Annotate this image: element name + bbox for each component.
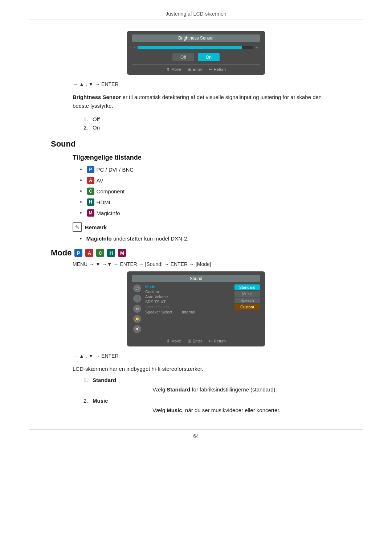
badge-p: P <box>87 166 94 173</box>
menu-instruction: MENU → ▼ →▼ → ENTER → [Sound] → ENTER → … <box>73 261 363 267</box>
label-av: AV <box>97 177 103 184</box>
sound-menu-srs: SRS TS XT <box>145 300 232 304</box>
sound-menu-speakerselect: Speaker Select : Internal <box>145 310 232 314</box>
mode-list-desc-2: Vælg Music, når du ser musikvideoer elle… <box>152 406 363 415</box>
mode-badge-m: M <box>118 249 126 257</box>
sound-monitor-title: Sound <box>132 275 260 282</box>
badge-c: C <box>87 188 94 195</box>
header-title: Justering af LCD-skærmen <box>166 11 226 17</box>
monitor-footer: ⬆ Move ⊞ Enter ↩ Return <box>132 64 260 72</box>
footer-enter: ⊞ Enter <box>188 67 202 72</box>
bullet-1: • <box>80 177 82 184</box>
mode-list-num-1: 1. <box>83 377 88 383</box>
note-content: MagicInfo understøtter kun model DXN-2. <box>86 235 189 242</box>
btn-on[interactable]: On <box>198 53 220 61</box>
sound-return-icon: ↩ <box>209 338 212 344</box>
mode-list-item-1: 1. Standard <box>83 377 363 383</box>
icon-list-item-pc: • P PC / DVI / BNC <box>80 166 363 173</box>
label-hdmi: HDMI <box>97 199 110 205</box>
icon-list-item-component: • C Component <box>80 188 363 195</box>
monitor-progress-row: - + <box>132 45 260 50</box>
sound-monitor-content: 🔊 🎵 ⚙ 🔔 📢 Mode : Custom Au <box>132 284 260 333</box>
brightness-sensor-monitor-image: Brightness Sensor - + Off On ⬆ Move ⊞ <box>29 31 363 75</box>
icon-list-item-av: • A AV <box>80 177 363 184</box>
return-icon: ↩ <box>209 67 212 72</box>
nav-instruction-2: → ▲ , ▼ → ENTER <box>73 353 363 359</box>
option-speech: Speech <box>234 297 260 303</box>
sound-label-mode: Mode <box>145 284 178 289</box>
badge-h: H <box>87 198 94 206</box>
monitor-buttons: Off On <box>132 53 260 61</box>
mode-list-desc-1: Vælg Standard for fabriksindstillingerne… <box>152 385 363 394</box>
sound-label-autovolume: Auto Volume <box>145 295 178 299</box>
standard-bold: Standard <box>167 386 190 393</box>
note-text-row: • MagicInfo understøtter kun model DXN-2… <box>80 235 363 242</box>
sound-sep-speaker: : <box>179 310 180 314</box>
mode-list-bold-2: Music <box>93 398 108 404</box>
list-label-2: On <box>93 124 100 131</box>
sound-icon-4: 🔔 <box>133 315 141 323</box>
monitor-box: Brightness Sensor - + Off On ⬆ Move ⊞ <box>127 31 265 75</box>
music-bold: Music <box>167 407 182 413</box>
sound-icon-1: 🔊 <box>133 284 141 292</box>
label-magicinfo: MagicInfo <box>97 210 120 216</box>
sound-menu-custom: Custom <box>145 290 232 294</box>
badge-m: M <box>87 209 94 217</box>
icon-list-item-magicinfo: • M MagicInfo <box>80 209 363 217</box>
sound-icons-col: 🔊 🎵 ⚙ 🔔 📢 <box>132 284 142 333</box>
sound-footer-return: ↩ Return <box>209 338 226 344</box>
sound-icon-2: 🎵 <box>133 295 141 303</box>
label-component: Component <box>97 188 125 194</box>
page-container: Justering af LCD-skærmen Brightness Sens… <box>0 0 392 554</box>
progress-bar-inner <box>138 46 242 49</box>
mode-badge-h: H <box>107 249 115 257</box>
mode-list-bold-1: Standard <box>93 377 116 383</box>
icon-list-item-hdmi: • H HDMI <box>80 198 363 206</box>
sound-footer-move: ⬆ Move <box>166 338 181 344</box>
list-item-2: 2. On <box>83 124 363 131</box>
mode-list-item-2: 2. Music <box>83 398 363 404</box>
mode-text: Mode <box>51 248 72 258</box>
note-box: ✎ Bemærk <box>73 222 363 232</box>
footer-return: ↩ Return <box>209 67 226 72</box>
monitor-title: Brightness Sensor <box>132 34 260 42</box>
minus-icon: - <box>134 45 135 50</box>
enter-icon: ⊞ <box>188 67 191 72</box>
progress-bar-outer <box>138 46 253 49</box>
sound-monitor-box: Sound 🔊 🎵 ⚙ 🔔 📢 Mode : Cu <box>127 271 265 346</box>
bullet-3: • <box>80 199 82 205</box>
sound-menu-autovolume: Auto Volume <box>145 295 232 299</box>
subsection-heading-tilgaengelige: Tilgængelige tilstande <box>73 154 363 161</box>
sound-sep-mode: : <box>179 284 180 289</box>
option-music: Music <box>234 291 260 297</box>
note-bullet: • <box>80 235 82 242</box>
mode-badge-p: P <box>74 249 82 257</box>
option-custom: Custom <box>234 304 260 310</box>
sound-label-speakerselect: Speaker Select <box>145 310 178 314</box>
option-standard: Standard <box>234 284 260 290</box>
sound-menu-col: Mode : Custom Auto Volume SRS TS XT Soun… <box>145 284 232 333</box>
bullet-2: • <box>80 188 82 194</box>
bullet-4: • <box>80 210 82 216</box>
numbered-list-1: 1. Off 2. On <box>83 116 363 131</box>
body-text-stereo: LCD-skærmen har en indbygget hi-fi-stere… <box>73 365 334 373</box>
sound-val-speaker: Internal <box>182 310 195 314</box>
badge-a: A <box>87 177 94 184</box>
sound-monitor-footer: ⬆ Move ⊞ Enter ↩ Return <box>132 336 260 344</box>
sound-menu-soundselect: Sound Select <box>145 305 232 309</box>
description-bold: Brightness Sensor <box>73 94 121 100</box>
icon-list: • P PC / DVI / BNC • A AV • C Component … <box>80 166 363 217</box>
note-label: Bemærk <box>85 224 107 230</box>
page-header: Justering af LCD-skærmen <box>29 11 363 20</box>
label-pc: PC / DVI / BNC <box>97 167 134 173</box>
mode-badge-c: C <box>96 249 104 257</box>
sound-label-custom: Custom <box>145 290 178 294</box>
sound-move-icon: ⬆ <box>166 338 170 344</box>
magicinfo-bold: MagicInfo <box>86 235 112 242</box>
btn-off[interactable]: Off <box>172 53 194 61</box>
move-icon: ⬆ <box>166 67 170 72</box>
list-item-1: 1. Off <box>83 116 363 122</box>
sound-enter-icon: ⊞ <box>188 338 191 344</box>
footer-move: ⬆ Move <box>166 67 181 72</box>
sound-monitor-image: Sound 🔊 🎵 ⚙ 🔔 📢 Mode : Cu <box>29 271 363 346</box>
